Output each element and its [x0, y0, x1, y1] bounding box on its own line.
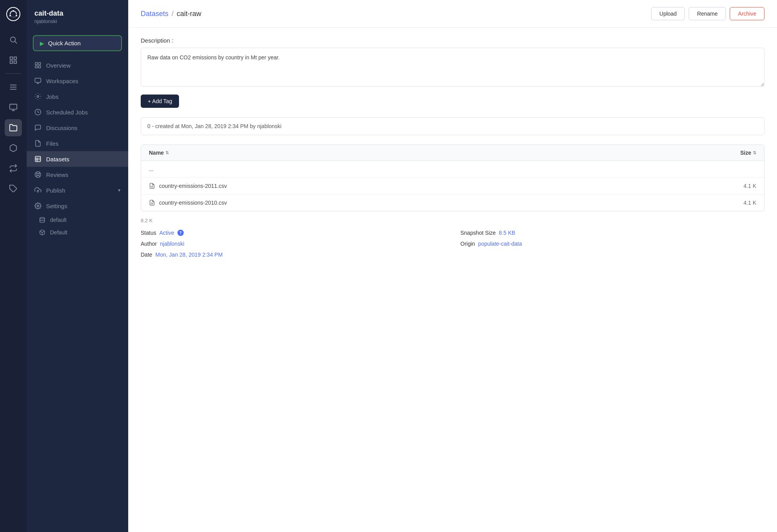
- grid-icon-btn[interactable]: [5, 52, 22, 69]
- sidebar-sub-item-default-volume[interactable]: default: [27, 214, 128, 226]
- status-label: Status: [141, 230, 156, 236]
- breadcrumb: Datasets / cait-raw: [141, 10, 201, 18]
- meta-grid: Status Active ? Snapshot Size 8.5 KB Aut…: [141, 230, 764, 258]
- volume-icon: [39, 217, 45, 223]
- svg-point-2: [9, 15, 11, 16]
- sidebar-item-workspaces-label: Workspaces: [46, 78, 78, 84]
- sidebar-item-reviews[interactable]: Reviews: [27, 167, 128, 182]
- svg-rect-21: [35, 78, 41, 82]
- svg-rect-20: [39, 66, 41, 68]
- size-sort-icon: ⇅: [753, 150, 756, 155]
- monitor-icon-btn[interactable]: [5, 99, 22, 116]
- svg-point-39: [37, 173, 39, 176]
- icon-sidebar: [0, 0, 27, 532]
- snapshot-size-value: 8.5 KB: [499, 230, 515, 236]
- svg-line-43: [39, 173, 40, 174]
- sidebar-item-files-label: Files: [46, 140, 59, 147]
- file-2010-size: 4.1 K: [743, 200, 756, 206]
- svg-rect-19: [35, 66, 37, 68]
- play-icon: ▶: [40, 40, 44, 46]
- breadcrumb-link[interactable]: Datasets: [141, 10, 168, 18]
- version-info: 0 - created at Mon, Jan 28, 2019 2:34 PM…: [141, 117, 764, 135]
- sidebar-item-publish[interactable]: Publish ▾: [27, 182, 128, 198]
- quick-action-button[interactable]: ▶ Quick Action: [33, 35, 122, 51]
- breadcrumb-current: cait-raw: [177, 10, 201, 18]
- quick-action-label: Quick Action: [48, 40, 81, 46]
- sidebar-item-jobs[interactable]: Jobs: [27, 89, 128, 104]
- sidebar-sub-item-default-package[interactable]: Default: [27, 226, 128, 239]
- username: njablonski: [34, 18, 120, 24]
- svg-rect-6: [10, 57, 13, 59]
- origin-value[interactable]: populate-cait-data: [478, 241, 522, 247]
- snapshot-size-label: Snapshot Size: [460, 230, 496, 236]
- sub-item-default-package-label: Default: [50, 229, 67, 236]
- sidebar-item-publish-label: Publish: [46, 187, 65, 194]
- col-size-header[interactable]: Size ⇅: [740, 150, 756, 156]
- svg-rect-17: [35, 62, 37, 64]
- svg-line-44: [36, 175, 37, 177]
- tag-icon-btn[interactable]: [5, 180, 22, 197]
- sidebar-item-overview[interactable]: Overview: [27, 57, 128, 73]
- col-name-header[interactable]: Name ⇅: [149, 150, 169, 156]
- nav-header: cait-data njablonski: [27, 6, 128, 32]
- upload-button[interactable]: Upload: [651, 7, 685, 20]
- overview-icon: [34, 62, 41, 69]
- files-table-header: Name ⇅ Size ⇅: [141, 145, 764, 161]
- sidebar-item-scheduled-jobs[interactable]: Scheduled Jobs: [27, 104, 128, 120]
- nav-sidebar: cait-data njablonski ▶ Quick Action Over…: [27, 0, 128, 532]
- svg-rect-13: [10, 104, 17, 109]
- meta-author-row: Author njablonski: [141, 241, 445, 247]
- description-textarea[interactable]: Raw data on CO2 emissions by country in …: [141, 48, 764, 87]
- main-content: Datasets / cait-raw Upload Rename Archiv…: [128, 0, 777, 532]
- rename-button[interactable]: Rename: [689, 7, 726, 20]
- transfer-icon-btn[interactable]: [5, 160, 22, 177]
- svg-point-46: [37, 205, 39, 207]
- status-help-icon[interactable]: ?: [177, 230, 184, 236]
- app-logo: [5, 6, 21, 22]
- content-body: Description : Raw data on CO2 emissions …: [128, 28, 777, 532]
- file-2011-icon: [149, 183, 155, 189]
- svg-line-41: [39, 175, 40, 177]
- top-actions: Upload Rename Archive: [651, 7, 764, 20]
- parent-dir-name: ...: [149, 166, 154, 172]
- total-size: 8.2 K: [141, 218, 764, 223]
- archive-button[interactable]: Archive: [730, 7, 764, 20]
- table-row-file-2010[interactable]: country-emissions-2010.csv 4.1 K: [141, 195, 764, 211]
- name-sort-icon: ⇅: [165, 150, 169, 155]
- box-icon-btn[interactable]: [5, 139, 22, 157]
- meta-snapshot-row: Snapshot Size 8.5 KB: [460, 230, 764, 236]
- svg-line-5: [15, 41, 17, 43]
- sidebar-item-jobs-label: Jobs: [46, 93, 59, 100]
- sidebar-item-discussions-label: Discussions: [46, 125, 77, 131]
- table-row-parent[interactable]: ...: [141, 161, 764, 178]
- add-tag-button[interactable]: + Add Tag: [141, 95, 179, 108]
- sidebar-item-workspaces[interactable]: Workspaces: [27, 73, 128, 89]
- meta-origin-row: Origin populate-cait-data: [460, 241, 764, 247]
- sidebar-item-discussions[interactable]: Discussions: [27, 120, 128, 136]
- svg-line-27: [36, 94, 36, 95]
- top-bar: Datasets / cait-raw Upload Rename Archiv…: [128, 0, 777, 28]
- svg-line-31: [36, 98, 36, 99]
- discussions-icon: [34, 124, 41, 131]
- sidebar-item-settings[interactable]: Settings: [27, 198, 128, 214]
- sidebar-item-reviews-label: Reviews: [46, 171, 68, 178]
- list-icon-btn[interactable]: [5, 79, 22, 96]
- folder-icon-btn[interactable]: [5, 119, 22, 136]
- file-2011-name: country-emissions-2011.csv: [149, 183, 227, 189]
- origin-label: Origin: [460, 241, 475, 247]
- search-icon-btn[interactable]: [5, 31, 22, 48]
- author-value[interactable]: njablonski: [160, 241, 184, 247]
- sidebar-divider: [5, 73, 21, 74]
- sidebar-item-files[interactable]: Files: [27, 136, 128, 151]
- sidebar-item-datasets[interactable]: Datasets: [27, 151, 128, 167]
- sidebar-item-settings-label: Settings: [46, 203, 67, 209]
- svg-rect-18: [39, 62, 41, 64]
- status-value: Active: [159, 230, 174, 236]
- table-row-file-2011[interactable]: country-emissions-2011.csv 4.1 K: [141, 178, 764, 195]
- svg-point-47: [40, 217, 45, 219]
- svg-point-3: [16, 15, 17, 16]
- svg-rect-34: [35, 156, 41, 162]
- publish-chevron-icon: ▾: [118, 187, 120, 193]
- svg-point-1: [13, 10, 14, 12]
- svg-rect-8: [10, 61, 13, 63]
